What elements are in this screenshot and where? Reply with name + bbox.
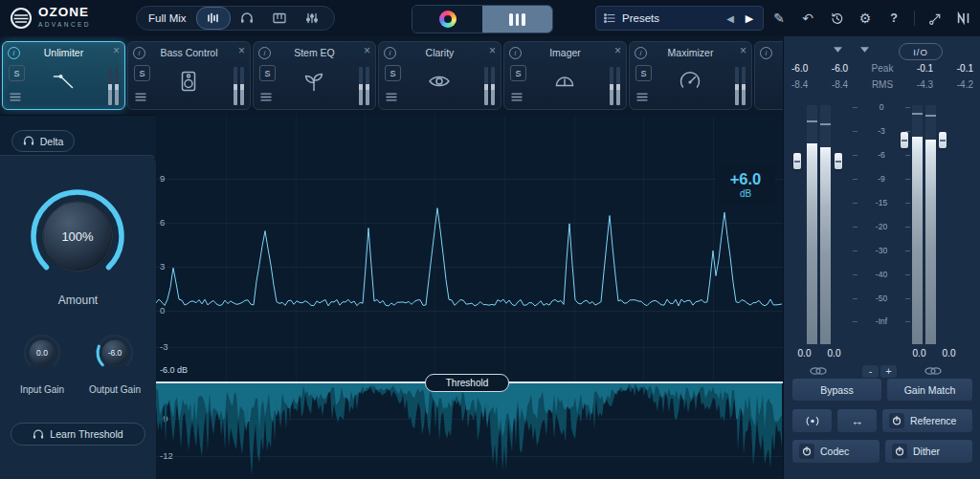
mid-side-button[interactable] — [791, 408, 833, 433]
output-fader-readout: 0.0 0.0 — [904, 348, 964, 359]
brand-sub: ADVANCED — [38, 22, 91, 29]
solo-button[interactable]: S — [385, 65, 401, 81]
close-icon[interactable]: × — [489, 45, 496, 56]
meter-view-toggle[interactable] — [482, 6, 552, 33]
close-icon[interactable]: × — [364, 45, 370, 56]
rms-right: -4.2 — [957, 79, 973, 90]
help-icon[interactable]: ? — [885, 10, 902, 27]
menu-icon[interactable] — [511, 88, 523, 105]
amount-knob[interactable]: 100% — [28, 186, 127, 286]
info-icon[interactable]: i — [384, 47, 396, 59]
output-gain-fader-left[interactable] — [901, 132, 908, 148]
headphone-monitor-toggle[interactable] — [231, 8, 263, 29]
link-channels-icon[interactable] — [809, 365, 828, 377]
top-bar: OZONE ADVANCED Full Mix — [0, 0, 980, 37]
peak-hold-tick — [820, 123, 831, 125]
solo-button[interactable]: S — [9, 65, 25, 81]
menu-icon[interactable] — [260, 88, 272, 105]
mix-selector-label[interactable]: Full Mix — [148, 12, 187, 24]
meter-scale-label: -6 — [853, 150, 910, 160]
dither-button[interactable]: Dither — [884, 439, 973, 464]
module-tab[interactable]: i Imager × S — [503, 41, 627, 110]
chevron-down-icon[interactable] — [860, 47, 869, 53]
history-icon[interactable] — [828, 10, 845, 27]
settings-gear-icon[interactable]: ⚙ — [857, 10, 874, 27]
info-icon[interactable]: i — [258, 47, 271, 59]
link-channels-icon[interactable] — [924, 365, 943, 377]
undo-icon[interactable]: ↶ — [799, 10, 816, 27]
solo-button[interactable]: S — [510, 65, 526, 81]
stems-toggle[interactable] — [296, 8, 328, 29]
close-icon[interactable]: × — [614, 45, 621, 56]
tonal-balance-toggle[interactable] — [412, 6, 482, 33]
plugin-relay-icon[interactable] — [926, 10, 944, 27]
power-icon[interactable] — [889, 413, 904, 428]
delta-button[interactable]: Delta — [11, 130, 75, 152]
reference-label: Reference — [910, 415, 956, 426]
gain-decrement-button[interactable]: - — [862, 365, 879, 378]
menu-icon[interactable] — [636, 88, 648, 105]
view-toggle — [412, 5, 553, 33]
menu-icon[interactable] — [386, 88, 397, 105]
gain-right: -6.0 — [832, 63, 848, 74]
input-gain-fader-right[interactable] — [835, 153, 842, 169]
learn-threshold-button[interactable]: Learn Threshold — [11, 423, 145, 446]
solo-button[interactable]: S — [635, 65, 652, 81]
instrument-toggle[interactable] — [263, 8, 296, 29]
codec-button[interactable]: Codec — [791, 439, 880, 464]
output-meter-left — [912, 105, 923, 344]
chevron-down-icon[interactable] — [834, 47, 842, 53]
output-gain-knob[interactable]: -6.0 — [93, 331, 137, 375]
meter-scale-label: -Inf — [853, 316, 910, 326]
solo-button[interactable]: S — [259, 65, 276, 81]
module-tab[interactable]: i Unlimiter × S — [2, 41, 125, 110]
preset-list-icon — [604, 13, 615, 23]
power-icon[interactable] — [892, 444, 907, 459]
module-tab[interactable]: i Clarity × S — [378, 41, 501, 110]
module-tab[interactable]: i Bass Control × S — [127, 41, 251, 110]
preset-next-button[interactable]: ▶ — [740, 9, 759, 28]
close-icon[interactable]: × — [238, 45, 245, 56]
module-icon — [301, 69, 328, 96]
module-tab-partial[interactable]: i — [754, 41, 783, 110]
spectrum-display[interactable]: 9630-3-9-12 -6.0 dB Threshold +6.0 dB — [156, 115, 783, 479]
meter-scale-label: -9 — [853, 174, 910, 184]
mix-meter-toggle[interactable] — [196, 7, 231, 30]
menu-icon[interactable] — [10, 88, 21, 105]
solo-button[interactable]: S — [134, 65, 150, 81]
module-tab[interactable]: i Stem EQ × S — [253, 41, 376, 110]
close-icon[interactable]: × — [740, 45, 746, 56]
meter-columns-icon — [509, 13, 513, 26]
edit-icon[interactable]: ✎ — [770, 10, 788, 27]
threshold-label: Threshold — [446, 378, 488, 388]
rms-left: -4.3 — [917, 79, 933, 90]
presets-label[interactable]: Presets — [622, 12, 721, 24]
learn-threshold-label: Learn Threshold — [50, 428, 122, 440]
menu-icon[interactable] — [135, 88, 146, 105]
output-gain-fader-right[interactable] — [939, 132, 947, 148]
io-tab[interactable]: I/O — [899, 43, 943, 60]
info-icon[interactable]: i — [635, 47, 647, 59]
module-tab[interactable]: i Maximizer × S — [629, 41, 752, 110]
threshold-handle[interactable]: Threshold — [425, 374, 509, 392]
info-icon[interactable]: i — [8, 47, 20, 59]
module-icon — [678, 69, 704, 96]
input-gain-knob[interactable]: 0.0 — [20, 331, 64, 375]
bypass-button[interactable]: Bypass — [791, 378, 882, 402]
info-icon[interactable]: i — [760, 47, 772, 59]
gain-increment-button[interactable]: + — [880, 365, 897, 378]
io-title: I/O — [913, 47, 928, 57]
input-gain-fader-left[interactable] — [793, 153, 801, 169]
channel-swap-button[interactable]: ↔ — [836, 408, 878, 433]
input-readout-left: 0.0 — [798, 348, 812, 359]
peak-label: Peak — [872, 63, 894, 74]
power-icon[interactable] — [799, 444, 814, 459]
gain-match-button[interactable]: Gain Match — [886, 378, 973, 402]
gain-value: +6.0 — [730, 170, 762, 187]
info-icon[interactable]: i — [133, 47, 145, 59]
info-icon[interactable]: i — [509, 47, 522, 59]
close-icon[interactable]: × — [113, 45, 120, 56]
preset-prev-button[interactable]: ◀ — [721, 9, 740, 28]
input-meter-right — [820, 105, 831, 344]
reference-button[interactable]: Reference — [881, 408, 973, 433]
